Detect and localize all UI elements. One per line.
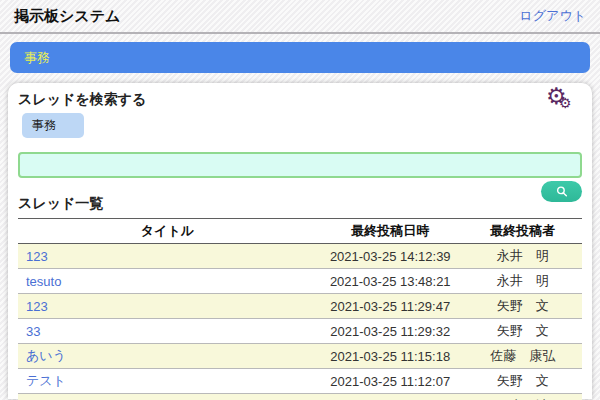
thread-title-cell: テスト xyxy=(18,369,317,394)
table-header-row: タイトル 最終投稿日時 最終投稿者 xyxy=(18,219,582,244)
last-post-datetime: 2021-03-25 13:48:21 xyxy=(317,269,464,294)
content-panel: スレッドを検索する 事務 スレッド一覧 タイトル 最終投稿日時 最終投稿者 12… xyxy=(8,83,592,399)
column-header-title: タイトル xyxy=(18,219,317,244)
column-header-last-post: 最終投稿日時 xyxy=(317,219,464,244)
last-post-datetime: 2021-03-25 11:29:32 xyxy=(317,319,464,344)
thread-link[interactable]: 123 xyxy=(26,299,48,314)
table-row: 3/25テストメール2021-03-25 11:09:58田中 清 xyxy=(18,394,582,400)
thread-link[interactable]: あいう xyxy=(26,348,66,363)
thread-link[interactable]: 33 xyxy=(26,324,40,339)
last-post-datetime: 2021-03-25 11:09:58 xyxy=(317,394,464,400)
last-poster: 田中 清 xyxy=(464,394,582,400)
last-post-datetime: 2021-03-25 11:29:47 xyxy=(317,294,464,319)
table-row: 1232021-03-25 14:12:39永井 明 xyxy=(18,244,582,269)
search-button[interactable] xyxy=(541,181,582,202)
category-chip[interactable]: 事務 xyxy=(22,113,84,138)
search-section-heading: スレッドを検索する xyxy=(18,91,582,109)
table-row: 332021-03-25 11:29:32矢野 文 xyxy=(18,319,582,344)
table-row: tesuto2021-03-25 13:48:21永井 明 xyxy=(18,269,582,294)
category-bar: 事務 xyxy=(10,42,590,73)
thread-title-cell: 123 xyxy=(18,244,317,269)
thread-title-cell: 123 xyxy=(18,294,317,319)
table-row: 1232021-03-25 11:29:47矢野 文 xyxy=(18,294,582,319)
last-post-datetime: 2021-03-25 11:12:07 xyxy=(317,369,464,394)
magnifier-icon xyxy=(555,185,569,198)
thread-link[interactable]: テスト xyxy=(26,373,66,388)
last-poster: 佐藤 康弘 xyxy=(464,344,582,369)
thread-list-heading: スレッド一覧 xyxy=(18,195,582,213)
app-header: 掲示板システム ログアウト xyxy=(0,0,600,34)
column-header-poster: 最終投稿者 xyxy=(464,219,582,244)
last-poster: 永井 明 xyxy=(464,244,582,269)
thread-title-cell: tesuto xyxy=(18,269,317,294)
last-post-datetime: 2021-03-25 14:12:39 xyxy=(317,244,464,269)
thread-table-body: 1232021-03-25 14:12:39永井 明tesuto2021-03-… xyxy=(18,244,582,400)
last-poster: 矢野 文 xyxy=(464,369,582,394)
logout-link[interactable]: ログアウト xyxy=(519,7,586,25)
thread-title-cell: 33 xyxy=(18,319,317,344)
thread-link[interactable]: tesuto xyxy=(26,274,61,289)
table-row: あいう2021-03-25 11:15:18佐藤 康弘 xyxy=(18,344,582,369)
last-post-datetime: 2021-03-25 11:15:18 xyxy=(317,344,464,369)
search-input[interactable] xyxy=(18,152,582,178)
category-bar-label: 事務 xyxy=(24,49,50,67)
app-title: 掲示板システム xyxy=(14,7,120,26)
last-poster: 永井 明 xyxy=(464,269,582,294)
thread-title-cell: あいう xyxy=(18,344,317,369)
thread-title-cell: 3/25テストメール xyxy=(18,394,317,400)
settings-gear-icon[interactable] xyxy=(546,85,580,117)
table-row: テスト2021-03-25 11:12:07矢野 文 xyxy=(18,369,582,394)
thread-table: タイトル 最終投稿日時 最終投稿者 1232021-03-25 14:12:39… xyxy=(18,218,582,400)
last-poster: 矢野 文 xyxy=(464,294,582,319)
last-poster: 矢野 文 xyxy=(464,319,582,344)
thread-link[interactable]: 123 xyxy=(26,249,48,264)
